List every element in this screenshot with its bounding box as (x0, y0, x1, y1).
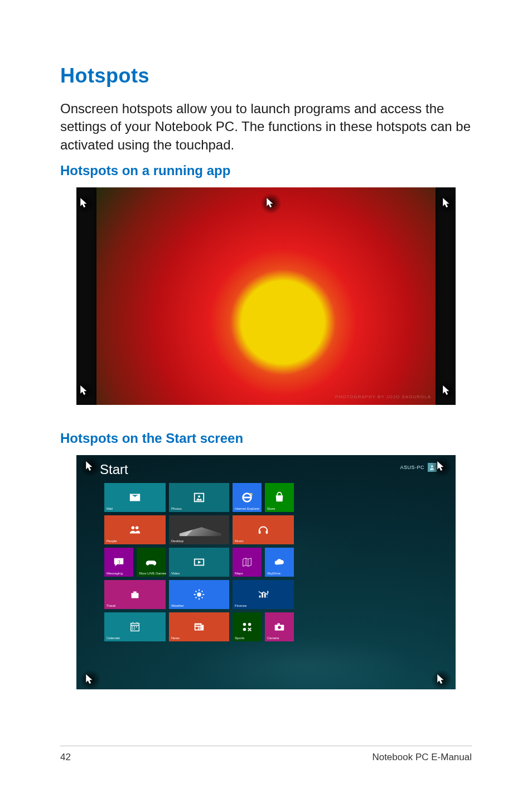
tile-camera[interactable]: Camera (265, 612, 294, 641)
heading-start-screen: Hotspots on the Start screen (60, 431, 472, 446)
svg-rect-7 (266, 530, 268, 534)
maps-icon (241, 556, 253, 568)
tile-label: Store (267, 507, 275, 510)
page-footer: 42 Notebook PC E-Manual (60, 746, 472, 763)
tile-label: Weather (171, 604, 184, 607)
headphones-icon (257, 524, 269, 536)
tile-label: Travel (107, 604, 115, 607)
tile-games[interactable]: Xbox LIVE Games (137, 548, 166, 577)
svg-rect-21 (196, 625, 201, 626)
tile-label: Camera (267, 636, 279, 640)
tile-desktop[interactable]: Desktop (169, 515, 229, 544)
calendar-icon (129, 621, 141, 633)
tile-finance[interactable]: Finance (233, 580, 294, 609)
svg-rect-6 (259, 530, 261, 534)
video-icon (193, 556, 205, 568)
svg-rect-14 (132, 626, 133, 627)
sports-icon (241, 621, 253, 633)
svg-rect-20 (202, 625, 204, 631)
start-tiles-grid: Mail Photos Internet Explorer Store Peop… (104, 483, 294, 641)
tile-music[interactable]: Music (233, 515, 294, 544)
tile-maps[interactable]: Maps (233, 548, 262, 577)
tile-label: Messaging (107, 572, 123, 575)
tile-weather[interactable]: Weather (169, 580, 229, 609)
camera-icon (273, 621, 286, 633)
page-number: 42 (60, 752, 71, 763)
svg-rect-17 (132, 629, 133, 630)
tile-label: Calendar (107, 636, 120, 640)
store-icon (273, 491, 286, 504)
user-avatar-icon (428, 463, 437, 472)
svg-rect-15 (134, 626, 135, 627)
svg-rect-24 (199, 628, 201, 629)
tile-label: Music (235, 539, 244, 543)
svg-point-27 (248, 623, 252, 626)
tile-label: News (171, 636, 180, 640)
mail-icon (129, 491, 141, 504)
tile-video[interactable]: Video (169, 548, 229, 577)
tile-label: Video (171, 572, 180, 575)
svg-rect-22 (196, 627, 199, 630)
user-account-button[interactable]: ASUS-PC (400, 463, 437, 472)
screenshot-start-screen: Start ASUS-PC Mail Photos Internet Explo… (76, 455, 456, 689)
tile-mail[interactable]: Mail (104, 483, 166, 512)
chat-icon: :) (113, 556, 125, 568)
tile-label: Sports (235, 636, 244, 640)
travel-icon (129, 588, 141, 601)
screenshot-running-app: Photography by Jojo Sagurola (76, 187, 456, 405)
intro-paragraph: Onscreen hotspots allow you to launch pr… (60, 100, 472, 154)
tile-label: Finance (235, 604, 246, 607)
tile-travel[interactable]: Travel (104, 580, 166, 609)
tile-messaging[interactable]: :)Messaging (104, 548, 133, 577)
svg-text::): :) (118, 559, 120, 564)
gamepad-icon (145, 556, 157, 568)
svg-point-0 (431, 465, 433, 467)
tile-label: Xbox LIVE Games (139, 572, 166, 575)
sun-icon (193, 588, 205, 601)
tile-label: People (107, 539, 117, 543)
news-icon (193, 621, 205, 633)
heading-hotspots: Hotspots (60, 64, 472, 88)
chart-icon (257, 588, 269, 601)
svg-rect-25 (199, 629, 201, 630)
photo-credit: Photography by Jojo Sagurola (335, 394, 431, 399)
svg-point-2 (198, 496, 200, 498)
manual-page: Hotspots Onscreen hotspots allow you to … (0, 0, 532, 802)
photo-icon (193, 491, 205, 504)
svg-point-4 (132, 526, 135, 530)
tile-calendar[interactable]: Calendar (104, 612, 166, 641)
svg-rect-11 (133, 592, 137, 593)
start-title: Start (100, 462, 128, 477)
tile-label: Photos (171, 507, 182, 510)
tile-internet-explorer[interactable]: Internet Explorer (233, 483, 262, 512)
user-name-label: ASUS-PC (400, 465, 424, 470)
charms-bar-area (436, 187, 456, 405)
tile-label: Maps (235, 572, 243, 575)
tile-label: Desktop (171, 539, 183, 543)
svg-rect-10 (132, 593, 139, 598)
svg-rect-31 (277, 624, 280, 625)
tile-label: SkyDrive (267, 572, 280, 575)
svg-rect-16 (136, 626, 137, 627)
svg-point-30 (278, 626, 281, 629)
heading-running-app: Hotspots on a running app (60, 163, 472, 178)
tile-label: Mail (107, 507, 113, 510)
svg-point-28 (243, 628, 246, 631)
svg-rect-18 (134, 629, 135, 630)
people-icon (129, 524, 141, 536)
tile-news[interactable]: News (169, 612, 229, 641)
cloud-icon (273, 556, 286, 568)
manual-title: Notebook PC E-Manual (372, 752, 472, 763)
svg-point-5 (136, 526, 139, 530)
tile-sports[interactable]: Sports (233, 612, 262, 641)
tile-photos[interactable]: Photos (169, 483, 229, 512)
ie-icon (241, 491, 253, 504)
photo-app-content (96, 187, 436, 405)
svg-rect-23 (199, 627, 201, 627)
svg-point-12 (197, 593, 201, 597)
app-switcher-bar (76, 187, 96, 405)
tile-store[interactable]: Store (265, 483, 294, 512)
tile-skydrive[interactable]: SkyDrive (265, 548, 294, 577)
tile-people[interactable]: People (104, 515, 166, 544)
tile-label: Internet Explorer (235, 507, 259, 510)
